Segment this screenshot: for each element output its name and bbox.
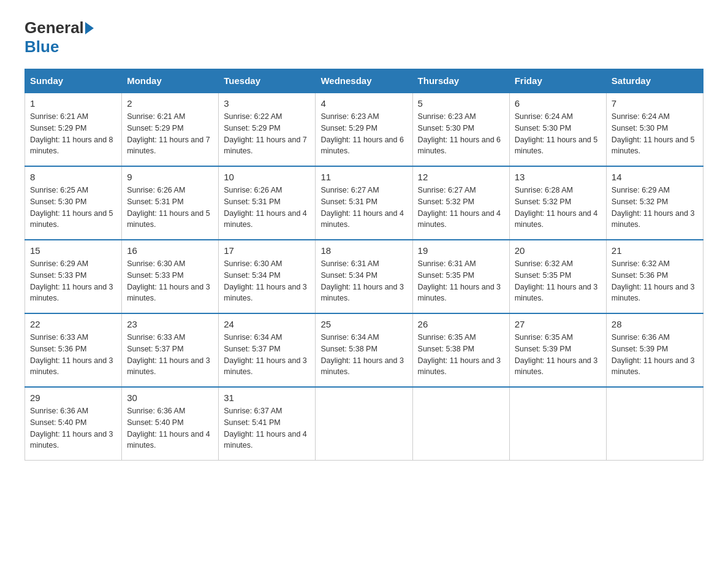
day-info: Sunrise: 6:32 AMSunset: 5:36 PMDaylight:… xyxy=(612,259,695,302)
calendar-cell: 27 Sunrise: 6:35 AMSunset: 5:39 PMDaylig… xyxy=(509,313,606,387)
weekday-header-tuesday: Tuesday xyxy=(219,69,316,93)
weekday-header-wednesday: Wednesday xyxy=(316,69,412,93)
day-number: 14 xyxy=(612,172,698,182)
day-number: 31 xyxy=(224,393,310,403)
day-info: Sunrise: 6:31 AMSunset: 5:34 PMDaylight:… xyxy=(320,259,404,302)
day-number: 7 xyxy=(612,98,698,109)
day-number: 26 xyxy=(418,319,504,329)
day-number: 6 xyxy=(515,98,601,109)
calendar-cell: 29 Sunrise: 6:36 AMSunset: 5:40 PMDaylig… xyxy=(25,387,122,461)
calendar-cell: 14 Sunrise: 6:29 AMSunset: 5:32 PMDaylig… xyxy=(606,166,703,240)
calendar-cell: 25 Sunrise: 6:34 AMSunset: 5:38 PMDaylig… xyxy=(316,313,412,387)
day-info: Sunrise: 6:35 AMSunset: 5:39 PMDaylight:… xyxy=(515,333,598,376)
day-number: 1 xyxy=(30,98,116,109)
calendar-cell: 16 Sunrise: 6:30 AMSunset: 5:33 PMDaylig… xyxy=(122,240,219,313)
calendar-cell: 11 Sunrise: 6:27 AMSunset: 5:31 PMDaylig… xyxy=(316,166,412,240)
day-info: Sunrise: 6:29 AMSunset: 5:32 PMDaylight:… xyxy=(612,186,695,229)
calendar-cell: 24 Sunrise: 6:34 AMSunset: 5:37 PMDaylig… xyxy=(219,313,316,387)
day-number: 9 xyxy=(127,172,213,182)
calendar-week-1: 1 Sunrise: 6:21 AMSunset: 5:29 PMDayligh… xyxy=(25,93,703,166)
day-number: 24 xyxy=(224,319,310,329)
day-info: Sunrise: 6:30 AMSunset: 5:33 PMDaylight:… xyxy=(127,259,210,302)
calendar-cell: 8 Sunrise: 6:25 AMSunset: 5:30 PMDayligh… xyxy=(25,166,122,240)
weekday-header-thursday: Thursday xyxy=(412,69,509,93)
day-info: Sunrise: 6:26 AMSunset: 5:31 PMDaylight:… xyxy=(224,186,307,229)
calendar-cell: 2 Sunrise: 6:21 AMSunset: 5:29 PMDayligh… xyxy=(122,93,219,166)
day-info: Sunrise: 6:36 AMSunset: 5:39 PMDaylight:… xyxy=(612,333,695,376)
day-info: Sunrise: 6:27 AMSunset: 5:31 PMDaylight:… xyxy=(320,186,404,229)
calendar-cell: 13 Sunrise: 6:28 AMSunset: 5:32 PMDaylig… xyxy=(509,166,606,240)
calendar-cell: 20 Sunrise: 6:32 AMSunset: 5:35 PMDaylig… xyxy=(509,240,606,313)
day-info: Sunrise: 6:27 AMSunset: 5:32 PMDaylight:… xyxy=(418,186,501,229)
day-number: 28 xyxy=(612,319,698,329)
day-number: 11 xyxy=(320,172,407,182)
calendar-cell xyxy=(412,387,509,461)
day-number: 10 xyxy=(224,172,310,182)
calendar-cell: 31 Sunrise: 6:37 AMSunset: 5:41 PMDaylig… xyxy=(219,387,316,461)
weekday-header-saturday: Saturday xyxy=(606,69,703,93)
calendar-cell: 28 Sunrise: 6:36 AMSunset: 5:39 PMDaylig… xyxy=(606,313,703,387)
calendar-cell: 3 Sunrise: 6:22 AMSunset: 5:29 PMDayligh… xyxy=(219,93,316,166)
day-info: Sunrise: 6:24 AMSunset: 5:30 PMDaylight:… xyxy=(612,112,695,155)
calendar-cell: 30 Sunrise: 6:36 AMSunset: 5:40 PMDaylig… xyxy=(122,387,219,461)
day-number: 29 xyxy=(30,393,116,403)
day-number: 27 xyxy=(515,319,601,329)
calendar-cell: 1 Sunrise: 6:21 AMSunset: 5:29 PMDayligh… xyxy=(25,93,122,166)
day-number: 30 xyxy=(127,393,213,403)
day-info: Sunrise: 6:33 AMSunset: 5:37 PMDaylight:… xyxy=(127,333,210,376)
day-number: 19 xyxy=(418,245,504,256)
day-info: Sunrise: 6:23 AMSunset: 5:29 PMDaylight:… xyxy=(320,112,404,155)
day-info: Sunrise: 6:22 AMSunset: 5:29 PMDaylight:… xyxy=(224,112,307,155)
day-info: Sunrise: 6:33 AMSunset: 5:36 PMDaylight:… xyxy=(30,333,113,376)
day-number: 13 xyxy=(515,172,601,182)
day-number: 15 xyxy=(30,245,116,256)
weekday-header-monday: Monday xyxy=(122,69,219,93)
day-number: 18 xyxy=(320,245,407,256)
calendar-cell: 19 Sunrise: 6:31 AMSunset: 5:35 PMDaylig… xyxy=(412,240,509,313)
day-info: Sunrise: 6:21 AMSunset: 5:29 PMDaylight:… xyxy=(127,112,210,155)
day-number: 5 xyxy=(418,98,504,109)
page-header: General Blue xyxy=(25,18,703,56)
calendar-cell: 9 Sunrise: 6:26 AMSunset: 5:31 PMDayligh… xyxy=(122,166,219,240)
calendar-cell: 12 Sunrise: 6:27 AMSunset: 5:32 PMDaylig… xyxy=(412,166,509,240)
calendar-cell: 7 Sunrise: 6:24 AMSunset: 5:30 PMDayligh… xyxy=(606,93,703,166)
day-info: Sunrise: 6:28 AMSunset: 5:32 PMDaylight:… xyxy=(515,186,598,229)
calendar-cell: 21 Sunrise: 6:32 AMSunset: 5:36 PMDaylig… xyxy=(606,240,703,313)
calendar-cell xyxy=(316,387,412,461)
day-info: Sunrise: 6:24 AMSunset: 5:30 PMDaylight:… xyxy=(515,112,598,155)
weekday-header-friday: Friday xyxy=(509,69,606,93)
day-info: Sunrise: 6:23 AMSunset: 5:30 PMDaylight:… xyxy=(418,112,501,155)
day-info: Sunrise: 6:26 AMSunset: 5:31 PMDaylight:… xyxy=(127,186,210,229)
calendar-week-3: 15 Sunrise: 6:29 AMSunset: 5:33 PMDaylig… xyxy=(25,240,703,313)
calendar-cell xyxy=(606,387,703,461)
day-number: 17 xyxy=(224,245,310,256)
day-number: 12 xyxy=(418,172,504,182)
day-info: Sunrise: 6:30 AMSunset: 5:34 PMDaylight:… xyxy=(224,259,307,302)
calendar-cell: 4 Sunrise: 6:23 AMSunset: 5:29 PMDayligh… xyxy=(316,93,412,166)
calendar-cell: 5 Sunrise: 6:23 AMSunset: 5:30 PMDayligh… xyxy=(412,93,509,166)
day-info: Sunrise: 6:29 AMSunset: 5:33 PMDaylight:… xyxy=(30,259,113,302)
calendar-table: SundayMondayTuesdayWednesdayThursdayFrid… xyxy=(25,69,703,461)
day-info: Sunrise: 6:35 AMSunset: 5:38 PMDaylight:… xyxy=(418,333,501,376)
calendar-cell: 18 Sunrise: 6:31 AMSunset: 5:34 PMDaylig… xyxy=(316,240,412,313)
logo-arrow-icon xyxy=(85,22,94,34)
day-number: 4 xyxy=(320,98,407,109)
day-info: Sunrise: 6:32 AMSunset: 5:35 PMDaylight:… xyxy=(515,259,598,302)
day-number: 8 xyxy=(30,172,116,182)
day-info: Sunrise: 6:37 AMSunset: 5:41 PMDaylight:… xyxy=(224,407,307,450)
calendar-week-5: 29 Sunrise: 6:36 AMSunset: 5:40 PMDaylig… xyxy=(25,387,703,461)
day-info: Sunrise: 6:34 AMSunset: 5:37 PMDaylight:… xyxy=(224,333,307,376)
calendar-cell: 6 Sunrise: 6:24 AMSunset: 5:30 PMDayligh… xyxy=(509,93,606,166)
day-info: Sunrise: 6:36 AMSunset: 5:40 PMDaylight:… xyxy=(30,407,113,450)
logo-blue-text: Blue xyxy=(25,37,59,56)
day-number: 22 xyxy=(30,319,116,329)
calendar-week-4: 22 Sunrise: 6:33 AMSunset: 5:36 PMDaylig… xyxy=(25,313,703,387)
day-info: Sunrise: 6:36 AMSunset: 5:40 PMDaylight:… xyxy=(127,407,210,450)
weekday-header-row: SundayMondayTuesdayWednesdayThursdayFrid… xyxy=(25,69,703,93)
day-info: Sunrise: 6:34 AMSunset: 5:38 PMDaylight:… xyxy=(320,333,404,376)
logo: General Blue xyxy=(25,18,95,56)
day-info: Sunrise: 6:31 AMSunset: 5:35 PMDaylight:… xyxy=(418,259,501,302)
day-number: 3 xyxy=(224,98,310,109)
calendar-cell: 22 Sunrise: 6:33 AMSunset: 5:36 PMDaylig… xyxy=(25,313,122,387)
day-info: Sunrise: 6:21 AMSunset: 5:29 PMDaylight:… xyxy=(30,112,113,155)
